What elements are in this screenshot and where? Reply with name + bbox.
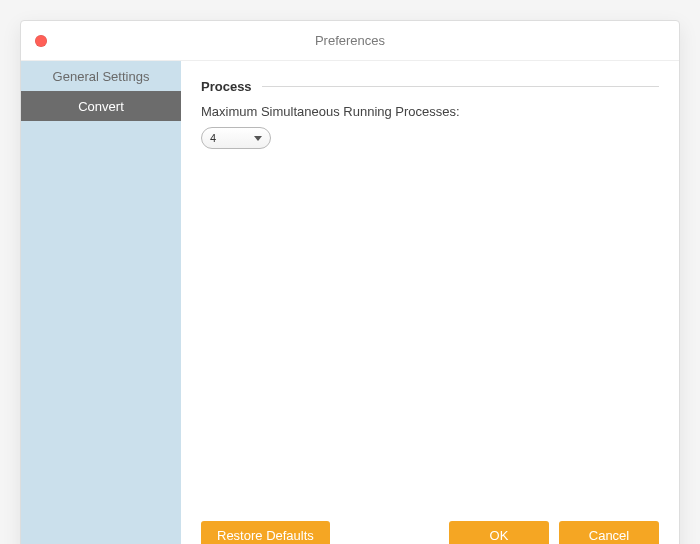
window-title: Preferences xyxy=(315,33,385,48)
max-processes-select[interactable]: 4 xyxy=(201,127,271,149)
window-body: General Settings Convert Process Maximum… xyxy=(21,61,679,544)
divider xyxy=(262,86,659,87)
section-header: Process xyxy=(201,79,659,94)
ok-button[interactable]: OK xyxy=(449,521,549,544)
spacer xyxy=(340,521,439,544)
cancel-button[interactable]: Cancel xyxy=(559,521,659,544)
sidebar-item-label: Convert xyxy=(78,99,124,114)
main-panel: Process Maximum Simultaneous Running Pro… xyxy=(181,61,679,544)
preferences-window: Preferences General Settings Convert Pro… xyxy=(20,20,680,544)
titlebar: Preferences xyxy=(21,21,679,61)
sidebar-item-label: General Settings xyxy=(53,69,150,84)
chevron-down-icon xyxy=(254,136,262,141)
close-icon[interactable] xyxy=(35,35,47,47)
footer: Restore Defaults OK Cancel xyxy=(201,511,659,544)
field-label-max-processes: Maximum Simultaneous Running Processes: xyxy=(201,104,659,119)
section-title: Process xyxy=(201,79,252,94)
sidebar-item-convert[interactable]: Convert xyxy=(21,91,181,121)
select-value: 4 xyxy=(210,132,216,144)
sidebar: General Settings Convert xyxy=(21,61,181,544)
restore-defaults-button[interactable]: Restore Defaults xyxy=(201,521,330,544)
sidebar-item-general-settings[interactable]: General Settings xyxy=(21,61,181,91)
